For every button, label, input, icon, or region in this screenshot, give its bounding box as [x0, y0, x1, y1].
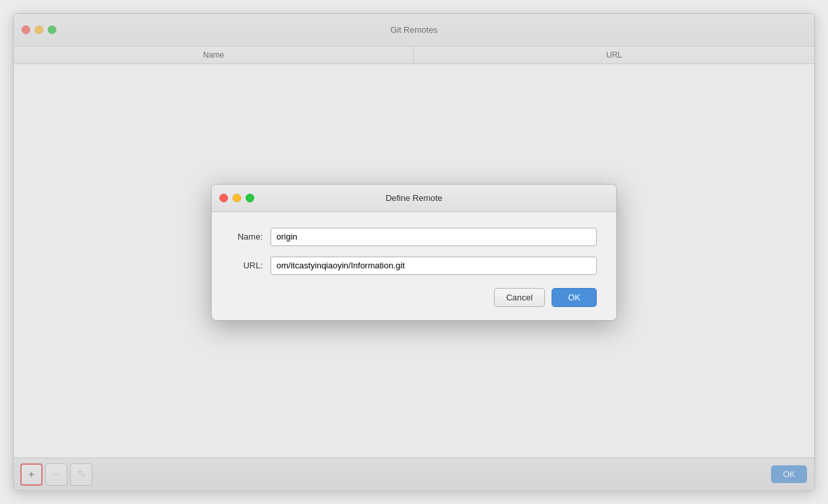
dialog-backdrop: Define Remote Name: URL: Cancel OK [14, 14, 814, 490]
dialog-close-button[interactable] [219, 194, 228, 202]
name-input[interactable] [271, 228, 597, 246]
dialog-body: Name: URL: Cancel OK [212, 212, 616, 320]
url-form-row: URL: [231, 257, 597, 275]
name-label: Name: [231, 232, 271, 242]
name-form-row: Name: [231, 228, 597, 246]
define-remote-dialog: Define Remote Name: URL: Cancel OK [211, 184, 617, 321]
dialog-maximize-button[interactable] [246, 194, 254, 202]
cancel-button[interactable]: Cancel [494, 288, 545, 307]
dialog-title-bar: Define Remote [212, 185, 616, 212]
ok-button[interactable]: OK [552, 288, 597, 307]
dialog-minimize-button[interactable] [233, 194, 241, 202]
dialog-traffic-lights [219, 194, 254, 202]
url-input[interactable] [271, 257, 597, 275]
dialog-buttons: Cancel OK [231, 288, 597, 307]
dialog-title: Define Remote [386, 193, 443, 203]
main-window: Git Remotes Name URL + − ✎ [13, 13, 815, 491]
url-label: URL: [231, 261, 271, 270]
